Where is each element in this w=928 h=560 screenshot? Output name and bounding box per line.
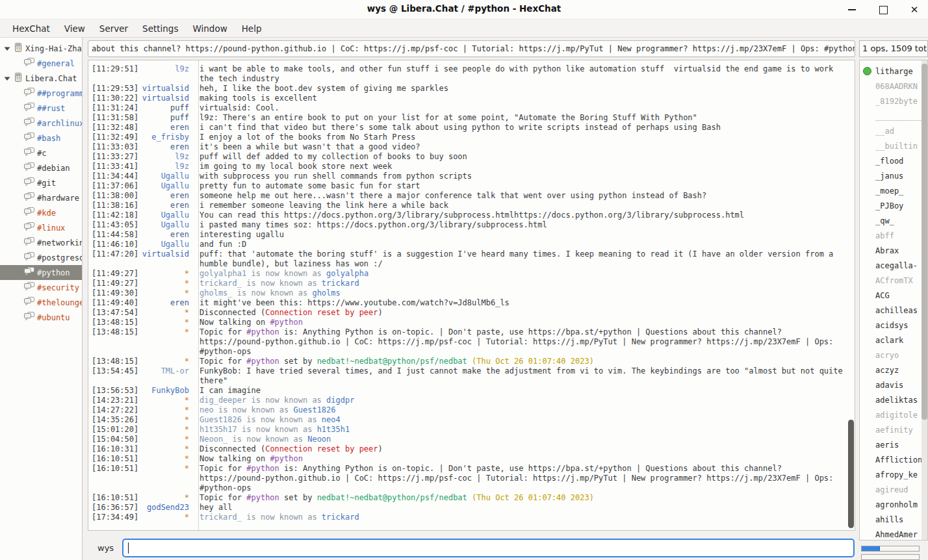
minimize-icon[interactable] [845, 3, 859, 17]
nick[interactable]: virtualsid [138, 249, 194, 269]
user-list-item[interactable]: _flood [860, 153, 927, 168]
topic-bar[interactable]: about this channel? https://pound-python… [88, 40, 855, 57]
user-list-item[interactable]: Affliction [860, 452, 927, 467]
message-input[interactable] [123, 540, 853, 556]
maximize-icon[interactable] [876, 3, 890, 17]
user-list-item[interactable]: _moep_ [860, 183, 927, 198]
nick[interactable]: Ugallu [138, 181, 194, 191]
user-list-item[interactable]: agireud [860, 482, 927, 497]
user-list-item[interactable]: aclark [860, 333, 927, 348]
nick[interactable]: * [138, 415, 194, 425]
user-list-item[interactable]: aczyz [860, 363, 927, 377]
nick[interactable]: Ugallu [138, 220, 194, 230]
network-item-Xing-Hai-Zhan[interactable]: Xing-Hai-Zhan [0, 41, 82, 56]
channel-item-thelounge[interactable]: #thelounge [0, 295, 82, 310]
channel-item-general[interactable]: #general [0, 56, 82, 71]
user-list-item[interactable]: afropy_ke [860, 467, 927, 482]
channel-item-postgresql[interactable]: #postgresql [0, 250, 82, 265]
expander-icon[interactable] [3, 74, 12, 83]
nick[interactable]: Ugallu [138, 172, 194, 181]
nick[interactable]: * [138, 513, 194, 522]
nick[interactable]: eren [138, 201, 194, 210]
nick[interactable]: Ugallu [138, 240, 194, 249]
nick[interactable]: l9z [138, 64, 194, 84]
nick[interactable]: * [138, 308, 194, 318]
nick[interactable]: e_frisby [138, 133, 194, 142]
nick[interactable]: * [138, 405, 194, 415]
user-list-item[interactable]: adavis [860, 377, 927, 392]
nick[interactable]: * [138, 464, 194, 493]
chat-scrollbar[interactable] [848, 420, 854, 528]
channel-item-programming[interactable]: ##programming [0, 86, 82, 101]
message-input-box[interactable] [122, 539, 855, 557]
menu-item-view[interactable]: View [57, 21, 92, 36]
user-list-item[interactable]: _janus [860, 168, 927, 183]
user-list-item[interactable]: 068AADRKN [860, 79, 927, 94]
user-list-item[interactable]: acryo [860, 348, 927, 363]
channel-item-hardware[interactable]: #hardware [0, 190, 82, 205]
channel-item-c[interactable]: #c [0, 146, 82, 160]
nick[interactable]: FunkyBob [138, 386, 194, 396]
nick[interactable]: * [138, 493, 194, 503]
nick[interactable]: virtualsid [138, 84, 194, 94]
user-list-item[interactable]: achilleas [860, 303, 927, 318]
channel-item-networking[interactable]: #networking [0, 235, 82, 250]
user-list-item[interactable]: acegalla- [860, 258, 927, 273]
user-list-item[interactable]: AhmedAmer [860, 527, 927, 541]
nick[interactable]: l9z [138, 162, 194, 172]
nick[interactable]: * [138, 318, 194, 327]
nick[interactable]: TML-or [138, 366, 194, 386]
channel-item-security[interactable]: #security [0, 280, 82, 295]
channel-item-archlinux[interactable]: #archlinux [0, 116, 82, 131]
network-item-Libera.Chat[interactable]: Libera.Chat [0, 71, 82, 86]
userlist-scrollbar[interactable] [922, 64, 927, 420]
nick[interactable]: eren [138, 142, 194, 152]
user-list-item[interactable]: ___________ [860, 108, 927, 123]
nick[interactable]: * [138, 425, 194, 435]
nick[interactable]: * [138, 396, 194, 405]
user-list-item[interactable]: agronholm [860, 497, 927, 512]
nick[interactable]: puff [138, 103, 194, 113]
user-list-item[interactable]: _qw_ [860, 213, 927, 228]
menu-item-settings[interactable]: Settings [135, 21, 185, 36]
menu-item-server[interactable]: Server [92, 21, 135, 36]
user-list-item[interactable]: aefinity [860, 422, 927, 437]
expander-icon[interactable] [3, 44, 12, 53]
nick[interactable]: eren [138, 230, 194, 240]
user-list-item[interactable]: aeris [860, 437, 927, 452]
nick[interactable]: * [138, 269, 194, 279]
user-list-item[interactable]: abff [860, 228, 927, 243]
channel-item-ubuntu[interactable]: #ubuntu [0, 310, 82, 325]
nick[interactable]: eren [138, 191, 194, 201]
user-list-item[interactable]: ahills [860, 512, 927, 527]
nick[interactable]: eren [138, 123, 194, 133]
close-icon[interactable]: ✕ [907, 3, 922, 17]
channel-item-python[interactable]: #python [0, 265, 82, 280]
channel-item-bash[interactable]: #bash [0, 131, 82, 146]
menu-item-help[interactable]: Help [235, 21, 269, 36]
nick[interactable]: * [138, 454, 194, 464]
user-list-item[interactable]: __builtin [860, 138, 927, 153]
channel-item-rust[interactable]: ##rust [0, 101, 82, 116]
user-list-item[interactable]: acidsys [860, 318, 927, 333]
nick[interactable]: * [138, 327, 194, 357]
nick[interactable]: puff [138, 113, 194, 123]
user-list-item[interactable]: _PJBoy [860, 198, 927, 213]
user-list-item[interactable]: ACG [860, 288, 927, 303]
nick[interactable]: l9z [138, 152, 194, 162]
nick[interactable]: * [138, 357, 194, 366]
channel-item-git[interactable]: #git [0, 175, 82, 190]
user-list-item[interactable]: __ad [860, 123, 927, 138]
user-list-item[interactable]: Abrax [860, 243, 927, 258]
user-list-item[interactable]: adeliktas [860, 392, 927, 407]
nick[interactable]: * [138, 435, 194, 444]
nick[interactable]: eren [138, 298, 194, 308]
channel-item-debian[interactable]: #debian [0, 160, 82, 175]
nick[interactable]: * [138, 288, 194, 298]
user-list-item[interactable]: adigitole [860, 407, 927, 422]
menu-item-hexchat[interactable]: HexChat [5, 21, 57, 36]
nick[interactable]: virtualsid [138, 94, 194, 103]
user-list-item[interactable]: litharge [860, 64, 927, 79]
nick[interactable]: * [138, 444, 194, 454]
user-list-item[interactable]: ACfromTX [860, 273, 927, 288]
